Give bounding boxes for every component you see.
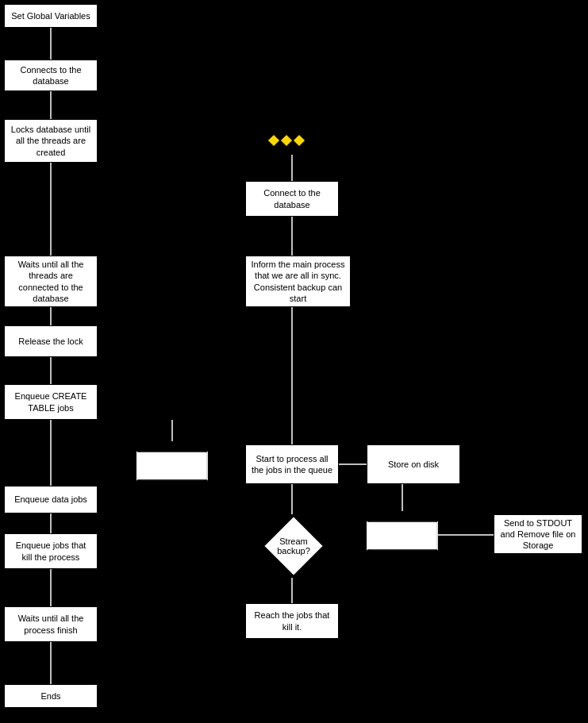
store-disk-box: Store on disk	[367, 444, 460, 484]
connect-db-worker-box: Connect to the database	[245, 181, 339, 217]
dot-1	[268, 135, 279, 146]
set-global-variables-box: Set Global Variables	[4, 4, 98, 28]
reach-jobs-box: Reach the jobs that kill it.	[245, 603, 339, 639]
waits-threads-box: Waits until all the threads are connecte…	[4, 256, 98, 307]
dot-2	[281, 135, 292, 146]
send-stdout-box: Send to STDOUT and Remove file on Storag…	[494, 514, 582, 554]
inform-main-box: Inform the main process that we are all …	[245, 256, 351, 307]
locks-db-box: Locks database until all the threads are…	[4, 119, 98, 163]
connects-db-box: Connects to the database	[4, 60, 98, 91]
release-lock-box: Release the lock	[4, 325, 98, 357]
sync-dots	[270, 137, 303, 144]
enqueue-create-box: Enqueue CREATE TABLE jobs	[4, 384, 98, 420]
stream-backup-diamond: Stream backup?	[262, 514, 325, 578]
dot-3	[294, 135, 305, 146]
enqueue-kill-box: Enqueue jobs that kill the process	[4, 533, 98, 569]
cylinder-2	[367, 511, 438, 559]
enqueue-data-box: Enqueue data jobs	[4, 486, 98, 513]
waits-process-box: Waits until all the process finish	[4, 606, 98, 642]
start-process-jobs-box: Start to process all the jobs in the que…	[245, 444, 339, 484]
svg-rect-22	[138, 452, 206, 480]
svg-marker-18	[263, 516, 324, 576]
ends-box: Ends	[4, 684, 98, 708]
svg-rect-28	[368, 521, 436, 550]
cylinder-1	[136, 441, 208, 489]
diagram-container: Set Global Variables Connects to the dat…	[0, 0, 588, 723]
